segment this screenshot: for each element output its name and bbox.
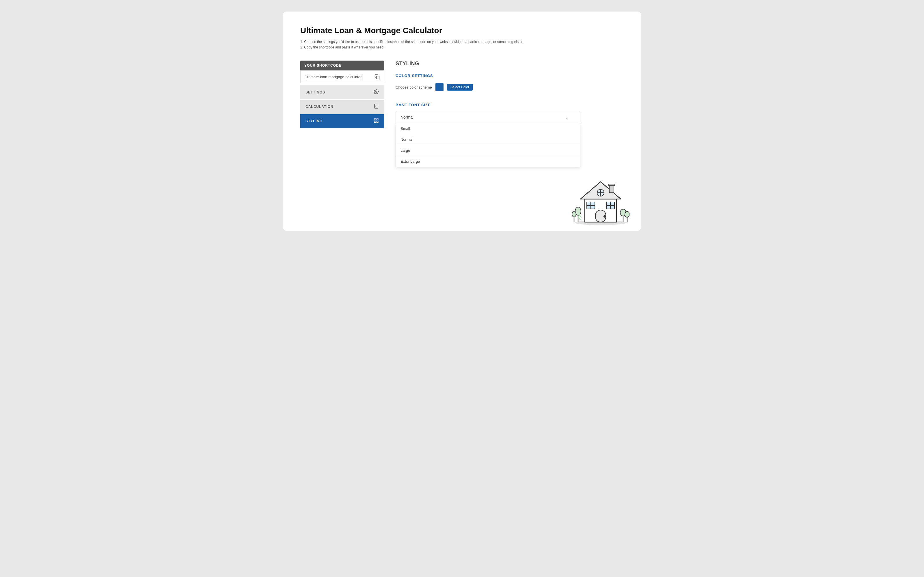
font-option-small[interactable]: Small: [396, 123, 580, 134]
font-size-select[interactable]: Normal ⌄: [396, 111, 580, 123]
color-settings-title: COLOR SETTINGS: [396, 74, 624, 78]
shortcode-header: YOUR SHORTCODE: [300, 61, 384, 70]
svg-point-36: [625, 211, 630, 217]
sidebar-item-styling[interactable]: STYLING: [300, 114, 384, 128]
main-layout: YOUR SHORTCODE [ultimate-loan-mortgage-c…: [300, 61, 624, 129]
sidebar-item-calculation[interactable]: CALCULATION: [300, 100, 384, 114]
house-illustration: [572, 173, 630, 225]
svg-rect-16: [608, 184, 615, 185]
styling-icon: [374, 118, 379, 124]
font-size-options: Small Normal Large Extra Large: [396, 123, 580, 167]
shortcode-text: [ultimate-loan-mortgage-calculator]: [305, 75, 363, 79]
copy-icon[interactable]: [375, 74, 380, 79]
svg-rect-6: [374, 119, 376, 120]
sidebar-item-settings[interactable]: SETTINGS: [300, 85, 384, 99]
font-option-normal[interactable]: Normal: [396, 134, 580, 145]
svg-rect-15: [609, 185, 614, 193]
font-size-dropdown-wrapper[interactable]: Normal ⌄ Small Normal Large Extra Large: [396, 111, 580, 123]
base-font-size-title: BASE FONT SIZE: [396, 103, 624, 107]
svg-rect-8: [374, 121, 376, 122]
sidebar: YOUR SHORTCODE [ultimate-loan-mortgage-c…: [300, 61, 384, 129]
color-settings-row: Choose color scheme Select Color: [396, 83, 624, 91]
font-size-selected-value: Normal: [401, 115, 414, 119]
settings-icon: [374, 89, 379, 95]
font-option-extra-large[interactable]: Extra Large: [396, 156, 580, 167]
chevron-down-icon: ⌄: [565, 115, 569, 119]
shortcode-body: [ultimate-loan-mortgage-calculator]: [300, 70, 384, 83]
svg-point-1: [376, 91, 377, 93]
main-card: Ultimate Loan & Mortgage Calculator 1. C…: [283, 11, 641, 231]
content-area: STYLING COLOR SETTINGS Choose color sche…: [396, 61, 624, 123]
svg-rect-9: [377, 121, 378, 122]
select-color-button[interactable]: Select Color: [447, 84, 473, 90]
styling-section-title: STYLING: [396, 61, 624, 67]
page-title: Ultimate Loan & Mortgage Calculator: [300, 26, 624, 35]
calculation-icon: [374, 103, 379, 110]
color-swatch[interactable]: [435, 83, 444, 91]
svg-point-32: [572, 211, 576, 217]
svg-rect-0: [376, 76, 380, 79]
color-scheme-label: Choose color scheme: [396, 85, 432, 89]
instructions: 1. Choose the settings you'd like to use…: [300, 39, 624, 50]
svg-rect-7: [377, 119, 378, 120]
svg-point-22: [604, 216, 606, 217]
font-option-large[interactable]: Large: [396, 145, 580, 156]
